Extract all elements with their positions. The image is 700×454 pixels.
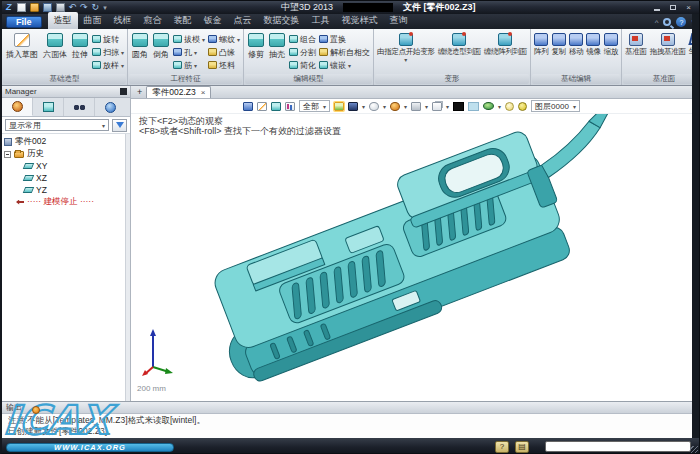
tab-data-exchange[interactable]: 数据交换	[258, 12, 306, 29]
document-tab-close-icon[interactable]: ×	[201, 88, 206, 97]
tree-plane-xz[interactable]: XZ	[4, 172, 128, 184]
mirror-button[interactable]: 镜像	[586, 32, 600, 57]
close-button[interactable]: ×	[682, 3, 695, 12]
help-icon[interactable]: ?	[676, 17, 686, 27]
resolve-self-intersection-button[interactable]: 解析自相交	[319, 46, 370, 58]
drag-datum-button[interactable]: 拖拽基准面	[650, 32, 686, 57]
print-icon[interactable]	[56, 3, 65, 12]
spin-dropdown-icon[interactable]: ▾	[404, 103, 407, 110]
shaded-display-icon[interactable]	[334, 102, 344, 111]
undo-icon[interactable]: ↶	[69, 3, 77, 12]
prompt-help-button[interactable]: ?	[495, 441, 509, 453]
panel-dock-button[interactable]	[120, 88, 127, 95]
edge-color-swatch[interactable]	[453, 102, 464, 111]
file-menu-button[interactable]: File	[6, 16, 42, 28]
insert-sketch-button[interactable]: 插入草图	[5, 32, 39, 61]
output-header[interactable]: 输出	[2, 402, 699, 414]
collapse-ribbon-icon[interactable]: ^	[655, 18, 659, 27]
wireframe-display-icon[interactable]	[348, 102, 358, 111]
replace-button[interactable]: 置换	[319, 33, 370, 45]
tab-tools[interactable]: 工具	[306, 12, 336, 29]
save-file-icon[interactable]	[43, 3, 52, 12]
layer-color-icon[interactable]	[518, 102, 527, 111]
stock-button[interactable]: 坯料	[208, 59, 240, 71]
trim-button[interactable]: 修剪	[247, 32, 265, 61]
move-button[interactable]: 移动	[569, 32, 583, 57]
simplify-button[interactable]: 简化	[289, 59, 316, 71]
entity-filter-icon[interactable]	[243, 102, 253, 111]
scale-button[interactable]: 缩放	[604, 32, 618, 57]
tree-plane-yz[interactable]: YZ	[4, 184, 128, 196]
minimize-button[interactable]	[650, 3, 663, 12]
redo-icon[interactable]: ↷	[80, 3, 88, 12]
tab-visual-style[interactable]: 视觉样式	[336, 12, 384, 29]
manager-scrollbar[interactable]	[125, 134, 130, 401]
layer-dropdown[interactable]: 图层0000 ▾	[531, 100, 580, 112]
filter-funnel-button[interactable]	[112, 119, 127, 132]
lip-button[interactable]: 凸缘	[208, 46, 240, 58]
zoom-extent-icon[interactable]	[411, 102, 421, 111]
hidden-line-dropdown-icon[interactable]: ▾	[383, 103, 386, 110]
resize-grip[interactable]	[690, 446, 698, 454]
sketch-edit-icon[interactable]	[257, 102, 267, 111]
regen-icon[interactable]: ↻	[92, 3, 100, 12]
extrude-button[interactable]: 拉伸	[71, 32, 89, 61]
morph-from-point-button[interactable]: 由指定点开始变形 ▾	[377, 32, 435, 62]
multi-view-dropdown-icon[interactable]: ▾	[446, 103, 449, 110]
material-dropdown-icon[interactable]: ▾	[498, 103, 501, 110]
revolve-button[interactable]: 旋转	[92, 33, 124, 45]
history-tab[interactable]	[2, 98, 33, 116]
wrap-pattern-to-face-button[interactable]: 缠绕阵列到面	[484, 32, 527, 57]
rib-button[interactable]: 筋 ▾	[173, 59, 205, 71]
search-icon[interactable]	[663, 18, 671, 26]
qat-customize-icon[interactable]: ▾	[103, 4, 107, 12]
new-file-icon[interactable]	[17, 3, 26, 12]
pick-face-icon[interactable]	[271, 102, 281, 111]
input-options-button[interactable]: ▤	[515, 441, 529, 453]
sweep-button[interactable]: 扫掠 ▾	[92, 46, 124, 58]
datum-plane-button[interactable]: 基准面	[625, 32, 647, 57]
light-bulb-icon[interactable]	[505, 102, 514, 111]
loft-button[interactable]: 放样 ▾	[92, 59, 124, 71]
material-render-icon[interactable]	[483, 102, 494, 110]
divide-button[interactable]: 分割	[289, 46, 316, 58]
wrap-shape-to-face-button[interactable]: 缠绕造型到面	[438, 32, 481, 57]
background-color-swatch[interactable]	[468, 102, 479, 111]
collapse-node-icon[interactable]	[4, 151, 11, 158]
chamfer-button[interactable]: 倒角	[152, 32, 170, 61]
tree-root-part[interactable]: 零件002	[4, 136, 128, 148]
tab-surface[interactable]: 曲面	[78, 12, 108, 29]
tree-history-folder[interactable]: 历史	[4, 148, 128, 160]
tree-stop-marker[interactable]: ····· 建模停止 ·····	[4, 196, 128, 208]
new-document-tab-button[interactable]: +	[137, 87, 142, 98]
tree-plane-xy[interactable]: XY	[4, 160, 128, 172]
display-dropdown-icon[interactable]: ▾	[362, 103, 365, 110]
tab-heal[interactable]: 愈合	[138, 12, 168, 29]
zoom-dropdown-icon[interactable]: ▾	[425, 103, 428, 110]
pick-feature-icon[interactable]	[285, 102, 295, 111]
tab-wireframe[interactable]: 线框	[108, 12, 138, 29]
shape-tab[interactable]	[33, 98, 64, 116]
display-filter-select[interactable]: 显示常用 ▾	[5, 119, 109, 131]
hole-button[interactable]: 孔 ▾	[173, 46, 205, 58]
copy-button[interactable]: 复制	[551, 32, 565, 57]
tab-shape[interactable]: 造型	[48, 12, 78, 29]
maximize-button[interactable]	[666, 3, 679, 12]
box-button[interactable]: 六面体	[42, 32, 68, 61]
model-3d-view[interactable]	[131, 114, 697, 401]
tab-sheetmetal[interactable]: 钣金	[198, 12, 228, 29]
inlay-button[interactable]: 镶嵌 ▾	[319, 59, 370, 71]
command-input[interactable]	[545, 441, 691, 452]
tab-assembly[interactable]: 装配	[168, 12, 198, 29]
combine-button[interactable]: 组合	[289, 33, 316, 45]
pattern-button[interactable]: 阵列	[534, 32, 548, 57]
fillet-button[interactable]: 圆角	[131, 32, 149, 61]
model-canvas[interactable]: 按下<F2>动态的观察 <F8>或者<Shift-roll> 查找下一个有效的过…	[131, 114, 699, 401]
shell-button[interactable]: 抽壳	[268, 32, 286, 61]
spin-view-icon[interactable]	[390, 102, 400, 111]
multi-view-icon[interactable]	[432, 102, 442, 111]
tab-inquire[interactable]: 查询	[384, 12, 414, 29]
draft-button[interactable]: 拔模 ▾	[173, 33, 205, 45]
open-file-icon[interactable]	[30, 3, 39, 12]
thread-button[interactable]: 螺纹 ▾	[208, 33, 240, 45]
